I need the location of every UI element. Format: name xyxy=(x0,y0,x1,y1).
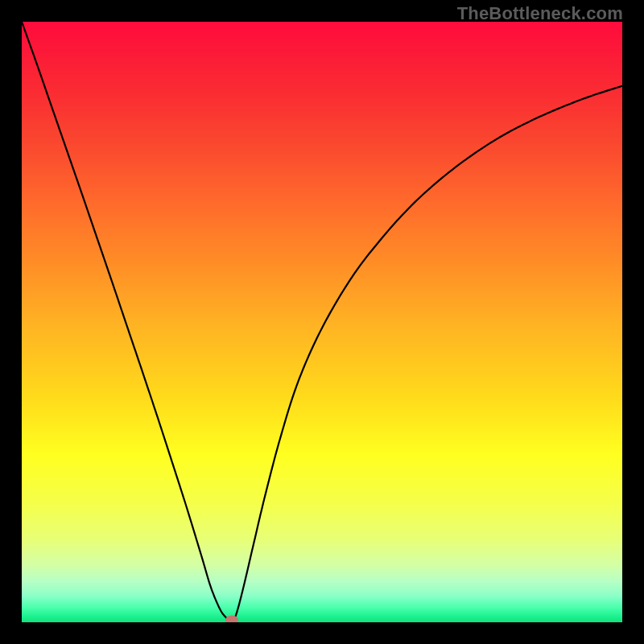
plot-area xyxy=(22,22,622,622)
minimum-marker-dot xyxy=(225,616,238,623)
watermark-text: TheBottleneck.com xyxy=(457,3,623,24)
curve-overlay xyxy=(22,22,622,622)
bottleneck-curve xyxy=(22,22,622,622)
